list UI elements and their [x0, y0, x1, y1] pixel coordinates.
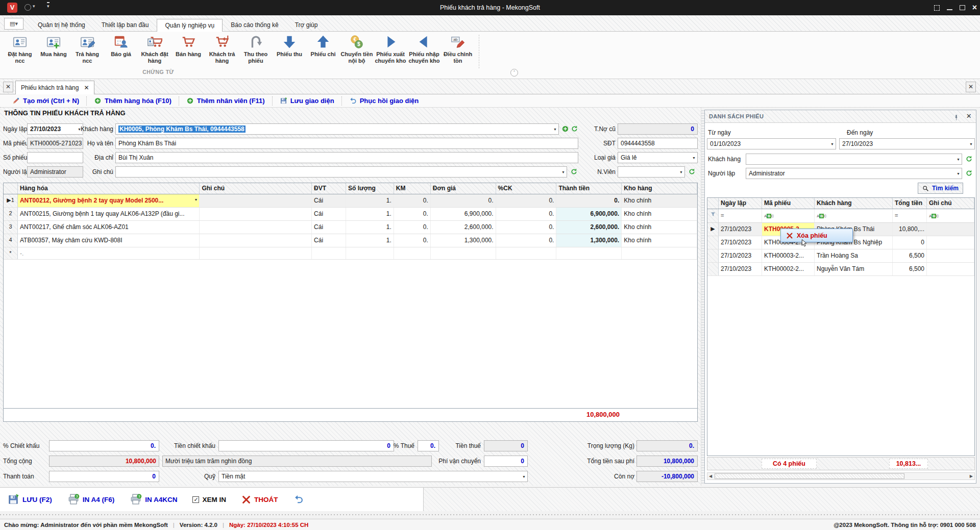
- phi-vc-field[interactable]: 0: [484, 456, 528, 467]
- ribbon-collapse-button[interactable]: ˆ: [510, 69, 518, 77]
- grid-column-header[interactable]: KM: [394, 183, 431, 194]
- status-version: Version: 4.2.0: [180, 522, 217, 528]
- den-ngay-field[interactable]: 27/10/2023▼: [839, 138, 975, 149]
- delete-receipt-button[interactable]: Xóa phiếu: [780, 229, 853, 242]
- doc-tab-active[interactable]: Phiếu khách trả hàng ✕: [15, 81, 94, 94]
- grid-column-header[interactable]: Số lượng: [346, 183, 394, 194]
- thue-field[interactable]: 0.: [418, 440, 439, 451]
- refresh-customer-icon[interactable]: [571, 125, 579, 133]
- ribbon-button-10[interactable]: Phiếu chi: [306, 33, 340, 59]
- list-item[interactable]: 27/10/2023KTH00003-2...Trần Hoàng Sa6,50…: [707, 249, 974, 263]
- panel-refresh-customer-icon[interactable]: [965, 155, 973, 163]
- panel-column-header[interactable]: Khách hàng: [815, 198, 893, 209]
- panel-column-header[interactable]: Ghi chú: [927, 198, 974, 209]
- menu-tab-3[interactable]: Quản lý nghiệp vụ: [157, 19, 223, 33]
- panel-refresh-user-icon[interactable]: [965, 169, 973, 178]
- grid-column-header[interactable]: %CK: [496, 183, 557, 194]
- action-5[interactable]: Phục hồi giao diện: [342, 97, 426, 105]
- table-row[interactable]: ▶1ANT00212, Giường bệnh 2 tay quay Model…: [4, 194, 697, 208]
- khach-hang-field[interactable]: KH0005, Phòng Khám Bs Thái, 0944443558▼: [115, 123, 559, 135]
- sdt-field[interactable]: 0944443558: [618, 138, 698, 149]
- grid-column-header[interactable]: Thành tiền: [556, 183, 622, 194]
- close-icon[interactable]: ×: [972, 4, 977, 11]
- ribbon-button-7[interactable]: Khách trả hàng: [205, 33, 239, 65]
- grid-column-header[interactable]: ĐVT: [312, 183, 346, 194]
- refresh-staff-icon[interactable]: [688, 168, 696, 176]
- n-vien-field[interactable]: ▼: [618, 166, 685, 178]
- grid-column-header[interactable]: Ghi chú: [200, 183, 312, 194]
- ribbon-button-14[interactable]: Điều chỉnh tồn: [441, 33, 475, 65]
- table-row[interactable]: 4ATB00357, Máy châm cứu KWD-808ICái1.0.1…: [4, 234, 697, 247]
- chiet-khau-field[interactable]: 0.: [49, 440, 159, 451]
- ribbon-button-5[interactable]: Khách đặt hàng: [138, 33, 172, 65]
- ribbon-button-3[interactable]: Trả hàng ncc: [70, 33, 104, 65]
- ribbon-button-9[interactable]: Phiếu thu: [273, 33, 306, 59]
- action-3[interactable]: Thêm nhân viên (F11): [179, 97, 272, 105]
- application-menu-button[interactable]: ▤▾: [4, 18, 23, 30]
- menu-tabs: Quản trị hệ thốngThiết lập ban đầuQuản l…: [30, 18, 326, 32]
- thanh-toan-field[interactable]: 0: [49, 471, 159, 482]
- panel-khach-hang-field[interactable]: ▼: [746, 154, 962, 165]
- list-item[interactable]: 27/10/2023KTH00002-2...Nguyễn Văn Tám6,5…: [707, 263, 974, 276]
- search-button[interactable]: Tìm kiếm: [918, 183, 963, 194]
- grid-column-header[interactable]: Đơn giá: [431, 183, 496, 194]
- undo-button[interactable]: [293, 494, 304, 504]
- quy-field[interactable]: Tiền mặt▼: [218, 471, 528, 482]
- panel-column-header[interactable]: Tổng tiền: [893, 198, 927, 209]
- tu-ngay-field[interactable]: 01/10/2023▼: [707, 138, 836, 149]
- action-1[interactable]: Tạo mới (Ctrl + N): [5, 97, 86, 105]
- add-customer-icon[interactable]: [561, 125, 570, 133]
- minimize-icon[interactable]: [947, 9, 952, 10]
- menu-tab-5[interactable]: Trợ giúp: [287, 18, 326, 32]
- bottom-splitter[interactable]: [0, 511, 980, 519]
- panel-header: DANH SÁCH PHIẾU ✕: [705, 110, 976, 123]
- horizontal-scrollbar[interactable]: ◀ ▶: [707, 472, 975, 480]
- panel-filter-row[interactable]: =ABCABC=ABC: [707, 209, 974, 223]
- table-row[interactable]: 3ANT00217, Ghế chăm sóc ALK06-AZ01Cái1.0…: [4, 221, 697, 234]
- exit-button[interactable]: THOÁT: [241, 495, 278, 504]
- scroll-left-icon[interactable]: ◀: [709, 474, 712, 478]
- scroll-right-icon[interactable]: ▶: [970, 474, 973, 478]
- action-2[interactable]: Thêm hàng hóa (F10): [87, 97, 179, 105]
- panel-column-header[interactable]: Ngày lập: [719, 198, 762, 209]
- grid-new-row[interactable]: *-.: [4, 247, 697, 260]
- panel-nguoi-lap-field[interactable]: Administrator▼: [746, 168, 962, 179]
- grid-column-header[interactable]: Kho hàng: [622, 183, 697, 194]
- menu-tab-2[interactable]: Thiết lập ban đầu: [93, 18, 157, 32]
- loai-gia-field[interactable]: Giá lẻ▼: [618, 152, 698, 163]
- ribbon-button-12[interactable]: Phiếu xuất chuyển kho: [374, 33, 407, 65]
- pin-icon[interactable]: [953, 113, 960, 125]
- ribbon-button-11[interactable]: Chuyển tiền nội bộ: [340, 33, 374, 65]
- print-a4-button[interactable]: IN A4 (F6): [67, 493, 115, 506]
- ribbon-button-8[interactable]: Thu theo phiếu: [239, 33, 273, 65]
- bottom-bar: LƯU (F2) IN A4 (F6) IN A4KCN ✓XEM IN THO…: [0, 487, 980, 511]
- ghi-chu-field[interactable]: ▼: [115, 166, 567, 178]
- doc-tab-close-icon[interactable]: ✕: [84, 81, 89, 94]
- tong-sau-phi-label: Tổng tiền sau phí: [582, 456, 634, 467]
- grid-column-header[interactable]: Hàng hóa: [18, 183, 200, 194]
- menu-tab-4[interactable]: Báo cáo thống kê: [223, 18, 286, 32]
- ho-va-ten-field[interactable]: Phòng Khám Bs Thái: [115, 138, 578, 149]
- doc-close-right-button[interactable]: ✕: [966, 82, 976, 92]
- scrollbar-thumb[interactable]: [715, 473, 904, 479]
- fullscreen-icon[interactable]: [934, 5, 940, 11]
- ribbon-button-6[interactable]: Bán hàng: [172, 33, 205, 59]
- checkbox-checked-icon[interactable]: ✓: [192, 496, 199, 503]
- save-button[interactable]: LƯU (F2): [7, 493, 52, 506]
- panel-close-icon[interactable]: ✕: [966, 113, 972, 120]
- doc-close-left-button[interactable]: ✕: [3, 82, 13, 92]
- print-a4kcn-button[interactable]: IN A4KCN: [130, 493, 177, 506]
- table-row[interactable]: 2ANT00215, Giường bệnh 1 tay quay ALK06-…: [4, 208, 697, 221]
- dia-chi-field[interactable]: Bùi Thị Xuân: [115, 152, 578, 163]
- maximize-icon[interactable]: [960, 5, 965, 10]
- ribbon-button-1[interactable]: Đặt hàng ncc: [3, 33, 37, 65]
- panel-column-header[interactable]: Mã phiếu: [762, 198, 815, 209]
- action-4[interactable]: Lưu giao diện: [273, 97, 341, 105]
- refresh-note-icon[interactable]: [570, 168, 578, 176]
- ribbon-button-2[interactable]: Mua hàng: [37, 33, 70, 59]
- tien-ck-field[interactable]: 0: [218, 440, 394, 451]
- menu-tab-1[interactable]: Quản trị hệ thống: [30, 18, 93, 32]
- ribbon-button-13[interactable]: Phiếu nhập chuyển kho: [407, 33, 441, 65]
- ribbon-button-4[interactable]: Báo giá: [104, 33, 138, 59]
- xem-in-checkbox[interactable]: ✓XEM IN: [192, 496, 226, 503]
